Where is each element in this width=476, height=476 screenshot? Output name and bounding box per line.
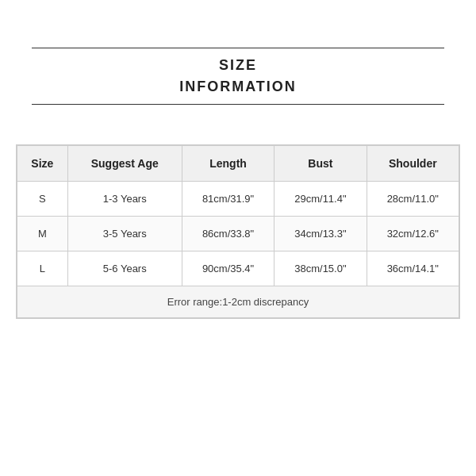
header-bust: Bust: [274, 146, 367, 182]
title-section: SIZE INFORMATION: [32, 48, 444, 105]
page-title: SIZE INFORMATION: [32, 55, 444, 98]
cell-shoulder: 28cm/11.0": [367, 182, 459, 217]
table-row: M3-5 Years86cm/33.8"34cm/13.3"32cm/12.6": [17, 217, 459, 251]
header-suggest-age: Suggest Age: [67, 146, 182, 182]
footer-row: Error range:1-2cm discrepancy: [17, 286, 459, 318]
cell-age: 5-6 Years: [67, 251, 182, 286]
header-size: Size: [17, 146, 68, 182]
cell-size: L: [17, 251, 68, 286]
footer-text: Error range:1-2cm discrepancy: [17, 286, 459, 318]
cell-shoulder: 36cm/14.1": [367, 251, 459, 286]
cell-size: S: [17, 182, 68, 217]
title-line1: SIZE: [219, 57, 257, 73]
cell-bust: 34cm/13.3": [274, 217, 367, 251]
cell-shoulder: 32cm/12.6": [367, 217, 459, 251]
title-line2: INFORMATION: [179, 79, 297, 94]
size-table: Size Suggest Age Length Bust Shoulder S1…: [17, 145, 459, 318]
title-line-top: [32, 48, 444, 48]
table-header-row: Size Suggest Age Length Bust Shoulder: [17, 146, 459, 182]
cell-length: 90cm/35.4": [182, 251, 274, 286]
table-row: S1-3 Years81cm/31.9"29cm/11.4"28cm/11.0": [17, 182, 459, 217]
cell-age: 3-5 Years: [67, 217, 182, 251]
cell-length: 81cm/31.9": [182, 182, 274, 217]
cell-size: M: [17, 217, 68, 251]
table-row: L5-6 Years90cm/35.4"38cm/15.0"36cm/14.1": [17, 251, 459, 286]
cell-age: 1-3 Years: [67, 182, 182, 217]
title-line-bottom: [32, 104, 444, 105]
cell-bust: 29cm/11.4": [274, 182, 367, 217]
header-shoulder: Shoulder: [367, 146, 459, 182]
cell-length: 86cm/33.8": [182, 217, 274, 251]
header-length: Length: [182, 146, 274, 182]
size-table-container: Size Suggest Age Length Bust Shoulder S1…: [16, 144, 460, 319]
cell-bust: 38cm/15.0": [274, 251, 367, 286]
